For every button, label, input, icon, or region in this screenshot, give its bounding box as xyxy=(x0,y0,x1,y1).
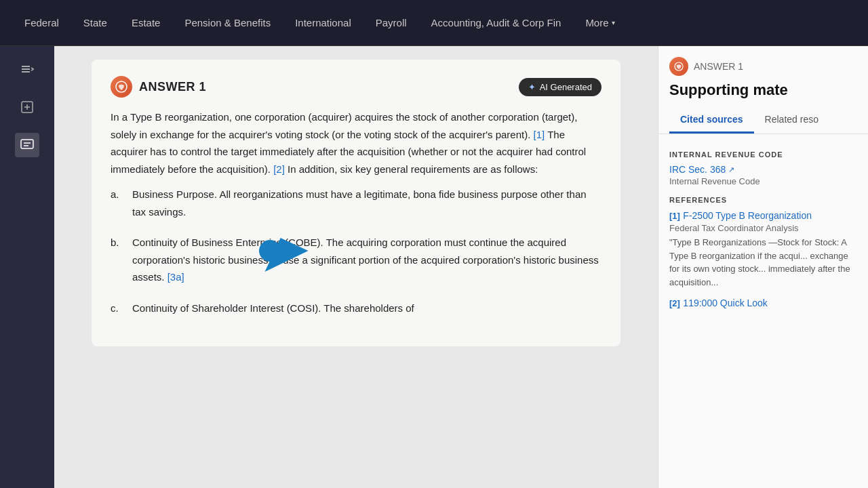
nav-pension[interactable]: Pension & Benefits xyxy=(174,12,281,34)
list-item: c. Continuity of Shareholder Interest (C… xyxy=(111,300,601,317)
tab-cited-sources[interactable]: Cited sources xyxy=(669,107,754,134)
right-panel-icon xyxy=(669,57,688,76)
ai-stars-icon: ✦ xyxy=(528,82,536,92)
ref-link-1[interactable]: F-2500 Type B Reorganization xyxy=(683,210,812,221)
answer-header: ANSWER 1 ✦ AI Generated xyxy=(111,76,601,98)
answer-icon xyxy=(111,76,132,98)
ref-subtitle-1: Federal Tax Coordinator Analysis xyxy=(669,223,857,233)
nav-more[interactable]: More ▾ xyxy=(574,12,625,34)
ref-num-2: [2] xyxy=(669,298,680,308)
answer-title-group: ANSWER 1 xyxy=(111,76,206,98)
irc-section: INTERNAL REVENUE CODE IRC Sec. 368 ↗ Int… xyxy=(669,150,857,186)
more-chevron-icon: ▾ xyxy=(612,19,615,26)
reference-1: [1] F-2500 Type B Reorganization Federal… xyxy=(669,209,857,289)
content-area: ANSWER 1 ✦ AI Generated In a Type B reor… xyxy=(54,46,658,488)
answer-title: ANSWER 1 xyxy=(139,80,206,94)
nav-accounting[interactable]: Accounting, Audit & Corp Fin xyxy=(420,12,572,34)
list-item: b. Continuity of Business Enterprise (CO… xyxy=(111,234,601,286)
ref-link-2[interactable]: 119:000 Quick Look xyxy=(683,298,768,308)
ref-num-1: [1] xyxy=(669,211,680,221)
right-panel-answer-label: ANSWER 1 xyxy=(694,61,743,72)
references-section: REFERENCES [1] F-2500 Type B Reorganizat… xyxy=(669,196,857,309)
list-item: a. Business Purpose. All reorganizations… xyxy=(111,186,601,220)
ref-quote-1: "Type B Reorganizations —Stock for Stock… xyxy=(669,236,857,289)
main-layout: ANSWER 1 ✦ AI Generated In a Type B reor… xyxy=(0,46,868,488)
irc-sec-368-link[interactable]: IRC Sec. 368 ↗ xyxy=(669,164,857,175)
nav-state[interactable]: State xyxy=(73,12,118,34)
svg-rect-6 xyxy=(21,140,33,148)
right-panel-body: INTERNAL REVENUE CODE IRC Sec. 368 ↗ Int… xyxy=(658,134,868,488)
citation-1[interactable]: [1] xyxy=(534,129,545,140)
right-panel: ANSWER 1 Supporting mate Cited sources R… xyxy=(658,46,868,488)
citation-2[interactable]: [2] xyxy=(273,163,285,175)
answer-list: a. Business Purpose. All reorganizations… xyxy=(111,186,601,317)
external-link-icon: ↗ xyxy=(728,165,734,174)
top-nav: Federal State Estate Pension & Benefits … xyxy=(0,0,868,46)
citation-3a[interactable]: [3a] xyxy=(167,271,184,283)
answer-body-paragraph-1: In a Type B reorganization, one corporat… xyxy=(111,108,601,178)
nav-estate[interactable]: Estate xyxy=(121,12,172,34)
reference-2: [2] 119:000 Quick Look xyxy=(669,297,857,309)
right-panel-tabs: Cited sources Related reso xyxy=(669,107,857,134)
sidebar-chat-icon[interactable] xyxy=(15,133,39,157)
sidebar-collapse-icon[interactable] xyxy=(15,57,39,81)
right-panel-header: ANSWER 1 Supporting mate Cited sources R… xyxy=(658,46,868,134)
answer-card: ANSWER 1 ✦ AI Generated In a Type B reor… xyxy=(92,60,620,346)
tab-related-resources[interactable]: Related reso xyxy=(754,107,829,134)
irc-subtitle: Internal Revenue Code xyxy=(669,176,857,186)
right-panel-answer-row: ANSWER 1 xyxy=(669,57,857,76)
sidebar-add-icon[interactable] xyxy=(15,95,39,119)
nav-payroll[interactable]: Payroll xyxy=(365,12,418,34)
references-header: REFERENCES xyxy=(669,196,857,204)
nav-international[interactable]: International xyxy=(284,12,362,34)
irc-section-header: INTERNAL REVENUE CODE xyxy=(669,150,857,159)
right-panel-title: Supporting mate xyxy=(669,81,857,99)
ai-generated-badge: ✦ AI Generated xyxy=(519,78,601,96)
nav-federal[interactable]: Federal xyxy=(14,12,70,34)
left-sidebar xyxy=(0,46,54,488)
